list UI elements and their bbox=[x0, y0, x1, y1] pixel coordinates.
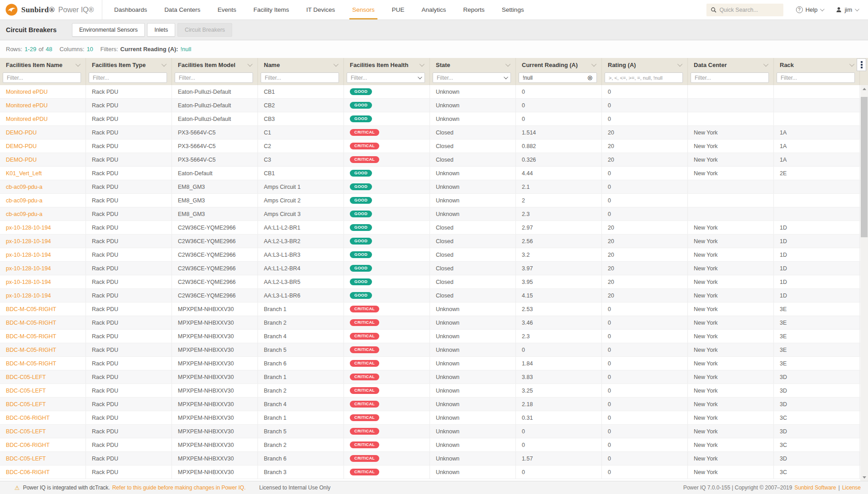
table-row[interactable]: BDC-C05-LEFTRack PDUMPXPEM-NHBXXV30Branc… bbox=[0, 370, 868, 384]
nav-item-pue[interactable]: PUE bbox=[392, 0, 405, 19]
filter-facilities-item-name[interactable]: Filter... bbox=[3, 72, 81, 83]
column-header-data-center[interactable]: Data Center bbox=[688, 58, 774, 72]
nav-item-reports[interactable]: Reports bbox=[463, 0, 485, 19]
chevron-down-icon[interactable] bbox=[162, 62, 167, 67]
column-header-rating-a[interactable]: Rating (A) bbox=[602, 58, 688, 72]
nav-item-dashboards[interactable]: Dashboards bbox=[114, 0, 147, 19]
cell-facilities-item-name[interactable]: BDC-M-C05-RIGHT bbox=[0, 316, 86, 329]
nav-item-it-devices[interactable]: IT Devices bbox=[306, 0, 335, 19]
table-row[interactable]: Monitored ePDURack PDUEaton-Pulluzi-Defa… bbox=[0, 99, 868, 112]
cell-facilities-item-name[interactable]: BDC-M-C05-RIGHT bbox=[0, 302, 86, 316]
column-header-facilities-item-model[interactable]: Facilities Item Model bbox=[172, 58, 258, 72]
nav-item-analytics[interactable]: Analytics bbox=[422, 0, 446, 19]
table-row[interactable]: cb-ac09-pdu-aRack PDUEM8_GM3Amps Circuit… bbox=[0, 180, 868, 194]
cell-facilities-item-name[interactable]: BDC-C05-LEFT bbox=[0, 452, 86, 465]
table-row[interactable]: BDC-C06-RIGHTRack PDUMPXPEM-NHBXXV30Bran… bbox=[0, 438, 868, 452]
table-row[interactable]: BDC-M-C05-RIGHTRack PDUMPXPEM-NHBXXV30Br… bbox=[0, 302, 868, 316]
cell-facilities-item-name[interactable]: BDC-M-C05-RIGHT bbox=[0, 357, 86, 370]
cell-facilities-item-name[interactable]: BDC-M-C05-RIGHT bbox=[0, 343, 86, 356]
cell-facilities-item-name[interactable]: DEMO-PDU bbox=[0, 139, 86, 153]
chevron-down-icon[interactable] bbox=[506, 62, 510, 67]
table-row[interactable]: cb-ac09-pdu-aRack PDUEM8_GM3Amps Circuit… bbox=[0, 207, 868, 221]
cell-facilities-item-name[interactable]: px-10-128-10-194 bbox=[0, 248, 86, 261]
scroll-down-button[interactable] bbox=[860, 474, 868, 481]
table-row[interactable]: px-10-128-10-194Rack PDUC2W36CE-YQME2966… bbox=[0, 262, 868, 275]
cell-facilities-item-name[interactable]: DEMO-PDU bbox=[0, 126, 86, 139]
table-row[interactable]: DEMO-PDURack PDUPX3-5664V-C5C3CRITICALCl… bbox=[0, 153, 868, 167]
footer-sunbird-link[interactable]: Sunbird Software bbox=[794, 484, 836, 491]
scroll-up-button[interactable] bbox=[860, 85, 868, 92]
cell-facilities-item-name[interactable]: px-10-128-10-194 bbox=[0, 289, 86, 302]
search-input[interactable] bbox=[720, 7, 779, 13]
table-row[interactable]: px-10-128-10-194Rack PDUC2W36CE-YQME2966… bbox=[0, 275, 868, 289]
filter-facilities-item-model[interactable]: Filter... bbox=[175, 72, 253, 83]
table-row[interactable]: BDC-C05-LEFTRack PDUMPXPEM-NHBXXV30Branc… bbox=[0, 384, 868, 398]
cell-facilities-item-name[interactable]: K01_Vert_Left bbox=[0, 167, 86, 180]
cell-facilities-item-name[interactable]: Monitored ePDU bbox=[0, 112, 86, 125]
cell-facilities-item-name[interactable]: BDC-M-C05-RIGHT bbox=[0, 330, 86, 343]
cell-facilities-item-name[interactable]: BDC-C05-LEFT bbox=[0, 425, 86, 438]
chevron-down-icon[interactable] bbox=[849, 62, 854, 67]
table-row[interactable]: K01_Vert_LeftRack PDUEaton-DefaultCB1GOO… bbox=[0, 167, 868, 180]
footer-guide-link[interactable]: Refer to this guide before making change… bbox=[112, 484, 246, 491]
table-row[interactable]: px-10-128-10-194Rack PDUC2W36CE-YQME2966… bbox=[0, 235, 868, 248]
table-row[interactable]: DEMO-PDURack PDUPX3-5664V-C5C1CRITICALCl… bbox=[0, 126, 868, 139]
cell-facilities-item-name[interactable]: DEMO-PDU bbox=[0, 153, 86, 166]
table-row[interactable]: cb-ac09-pdu-aRack PDUEM8_GM3Amps Circuit… bbox=[0, 194, 868, 207]
scrollbar-thumb[interactable] bbox=[861, 97, 868, 237]
cell-facilities-item-name[interactable]: BDC-C06-RIGHT bbox=[0, 465, 86, 479]
column-header-facilities-item-health[interactable]: Facilities Item Health bbox=[344, 58, 430, 72]
table-row[interactable]: BDC-M-C05-RIGHTRack PDUMPXPEM-NHBXXV30Br… bbox=[0, 357, 868, 370]
chevron-down-icon[interactable] bbox=[591, 62, 596, 67]
tab-inlets[interactable]: Inlets bbox=[147, 23, 175, 37]
table-row[interactable]: BDC-M-C05-RIGHTRack PDUMPXPEM-NHBXXV30Br… bbox=[0, 330, 868, 343]
chevron-down-icon[interactable] bbox=[248, 62, 253, 67]
column-header-current-reading-a[interactable]: Current Reading (A) bbox=[516, 58, 602, 72]
table-row[interactable]: BDC-M-C05-RIGHTRack PDUMPXPEM-NHBXXV30Br… bbox=[0, 316, 868, 330]
cell-facilities-item-name[interactable]: BDC-C06-RIGHT bbox=[0, 411, 86, 424]
nav-item-sensors[interactable]: Sensors bbox=[352, 0, 375, 19]
filter-rating-a[interactable]: >, <, <=, >=, =, null, !null bbox=[605, 72, 683, 83]
filter-rack[interactable]: Filter... bbox=[777, 72, 855, 83]
filter-facilities-item-type[interactable]: Filter... bbox=[89, 72, 167, 83]
table-row[interactable]: BDC-C05-LEFTRack PDUMPXPEM-NHBXXV30Branc… bbox=[0, 398, 868, 411]
table-row[interactable]: px-10-128-10-194Rack PDUC2W36CE-YQME2966… bbox=[0, 289, 868, 302]
table-row[interactable]: BDC-C05-LEFTRack PDUMPXPEM-NHBXXV30Branc… bbox=[0, 425, 868, 438]
chevron-down-icon[interactable] bbox=[334, 62, 339, 67]
cell-facilities-item-name[interactable]: px-10-128-10-194 bbox=[0, 275, 86, 288]
cell-facilities-item-name[interactable]: Monitored ePDU bbox=[0, 85, 86, 98]
table-row[interactable]: Monitored ePDURack PDUEaton-Pulluzi-Defa… bbox=[0, 112, 868, 126]
table-row[interactable]: Monitored ePDURack PDUEaton-Pulluzi-Defa… bbox=[0, 85, 868, 99]
cell-facilities-item-name[interactable]: px-10-128-10-194 bbox=[0, 262, 86, 275]
active-filter-value[interactable]: !null bbox=[181, 46, 191, 53]
filter-state[interactable]: Filter... bbox=[433, 72, 511, 83]
cell-facilities-item-name[interactable]: BDC-C05-LEFT bbox=[0, 384, 86, 397]
cell-facilities-item-name[interactable]: cb-ac09-pdu-a bbox=[0, 180, 86, 193]
column-header-facilities-item-type[interactable]: Facilities Item Type bbox=[86, 58, 172, 72]
vertical-scrollbar[interactable] bbox=[860, 85, 868, 481]
nav-item-events[interactable]: Events bbox=[218, 0, 236, 19]
column-header-facilities-item-name[interactable]: Facilities Item Name bbox=[0, 58, 86, 72]
chevron-down-icon[interactable] bbox=[420, 62, 424, 67]
cell-facilities-item-name[interactable]: px-10-128-10-194 bbox=[0, 235, 86, 248]
chevron-down-icon[interactable] bbox=[76, 62, 81, 67]
filter-facilities-item-health[interactable]: Filter... bbox=[347, 72, 425, 83]
cell-facilities-item-name[interactable]: Monitored ePDU bbox=[0, 99, 86, 112]
cell-facilities-item-name[interactable]: px-10-128-10-194 bbox=[0, 221, 86, 234]
filter-current-reading-a[interactable]: !null⊗ bbox=[519, 72, 597, 83]
filter-name[interactable]: Filter... bbox=[261, 72, 339, 83]
nav-item-data-centers[interactable]: Data Centers bbox=[164, 0, 200, 19]
nav-item-settings[interactable]: Settings bbox=[502, 0, 524, 19]
chevron-down-icon[interactable] bbox=[763, 62, 768, 67]
nav-item-facility-items[interactable]: Facility Items bbox=[253, 0, 289, 19]
column-header-state[interactable]: State bbox=[430, 58, 516, 72]
cell-facilities-item-name[interactable]: BDC-C05-LEFT bbox=[0, 398, 86, 411]
table-row[interactable]: px-10-128-10-194Rack PDUC2W36CE-YQME2966… bbox=[0, 248, 868, 262]
table-row[interactable]: BDC-C05-LEFTRack PDUMPXPEM-NHBXXV30Branc… bbox=[0, 452, 868, 465]
table-row[interactable]: BDC-C06-RIGHTRack PDUMPXPEM-NHBXXV30Bran… bbox=[0, 411, 868, 425]
cell-facilities-item-name[interactable]: BDC-C05-LEFT bbox=[0, 370, 86, 384]
filter-data-center[interactable]: Filter... bbox=[691, 72, 769, 83]
column-header-name[interactable]: Name bbox=[258, 58, 344, 72]
table-row[interactable]: BDC-C06-RIGHTRack PDUMPXPEM-NHBXXV30Bran… bbox=[0, 465, 868, 479]
quick-search[interactable] bbox=[706, 4, 783, 16]
